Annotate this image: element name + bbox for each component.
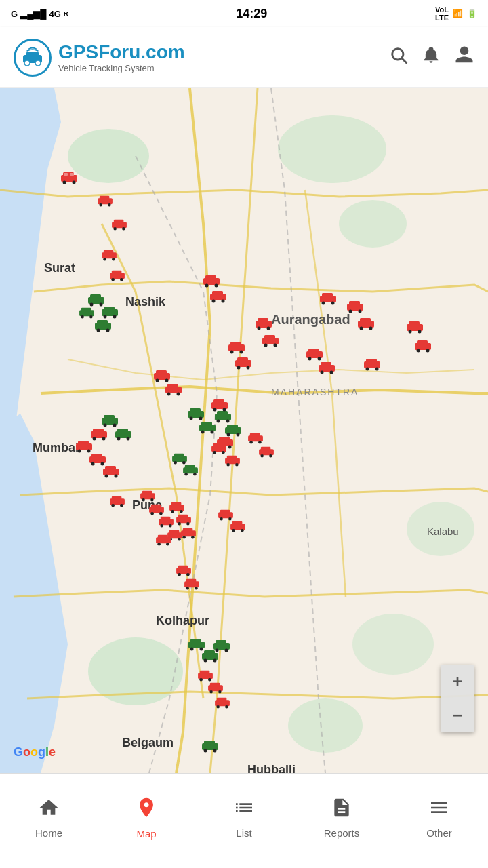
list-icon (233, 797, 255, 823)
svg-point-55 (215, 284, 218, 288)
car-marker-red (207, 680, 224, 694)
car-marker-red (110, 217, 128, 231)
profile-icon[interactable] (454, 45, 474, 70)
svg-point-107 (177, 393, 180, 396)
svg-rect-41 (104, 307, 115, 311)
svg-rect-101 (156, 370, 167, 375)
svg-rect-53 (205, 275, 216, 280)
map-area[interactable]: Surat Nashik Aurangabad Mumbai Pune MAHA… (0, 88, 488, 773)
svg-point-222 (220, 517, 223, 521)
nav-item-list[interactable]: List (195, 790, 293, 846)
svg-point-182 (249, 441, 253, 444)
svg-rect-237 (112, 496, 122, 500)
svg-point-70 (322, 302, 325, 305)
nav-item-home[interactable]: Home (0, 790, 98, 846)
svg-point-202 (171, 510, 174, 513)
svg-rect-57 (212, 291, 223, 296)
car-marker-green (186, 406, 205, 420)
svg-point-30 (103, 258, 106, 261)
svg-point-118 (190, 417, 193, 420)
nav-item-other[interactable]: Other (390, 790, 488, 846)
car-marker-red (175, 563, 192, 576)
car-marker-red (214, 695, 231, 709)
svg-line-5 (402, 58, 406, 62)
svg-point-83 (418, 330, 422, 334)
search-icon[interactable] (389, 45, 408, 69)
logo-text: GPSForu.com Vehicle Tracking System (58, 41, 185, 73)
svg-rect-157 (92, 454, 102, 458)
svg-point-186 (260, 454, 264, 458)
svg-point-31 (112, 258, 115, 261)
zoom-in-button[interactable]: + (441, 665, 474, 698)
car-marker-red (319, 290, 338, 305)
car-marker-red (405, 319, 424, 334)
svg-point-235 (195, 587, 198, 590)
car-marker-red (168, 500, 186, 513)
google-e: e (49, 745, 56, 759)
svg-point-206 (178, 522, 181, 526)
svg-point-106 (167, 393, 171, 396)
svg-rect-185 (261, 447, 271, 451)
svg-point-135 (223, 408, 226, 412)
svg-point-250 (216, 649, 219, 652)
app-subtitle: Vehicle Tracking System (58, 63, 185, 73)
svg-rect-129 (227, 425, 238, 429)
google-o1: o (23, 745, 30, 759)
svg-point-90 (308, 357, 312, 361)
zoom-out-button[interactable]: − (441, 698, 474, 732)
svg-point-23 (108, 203, 111, 207)
nav-label-map: Map (136, 828, 156, 840)
map-background: Surat Nashik Aurangabad Mumbai Pune MAHA… (0, 88, 488, 773)
svg-point-98 (366, 368, 369, 371)
reports-icon (331, 797, 352, 823)
svg-rect-173 (214, 443, 224, 448)
car-marker-red (227, 339, 246, 354)
svg-rect-169 (185, 465, 195, 469)
svg-rect-249 (216, 640, 226, 645)
svg-point-62 (258, 327, 261, 330)
svg-rect-19 (70, 173, 74, 176)
car-marker-red (139, 488, 157, 502)
svg-rect-18 (64, 173, 68, 176)
svg-rect-153 (78, 441, 89, 446)
other-icon (428, 797, 450, 823)
svg-rect-69 (322, 293, 333, 298)
svg-point-259 (218, 690, 222, 694)
svg-rect-261 (217, 698, 227, 702)
svg-point-59 (222, 300, 225, 303)
svg-point-74 (349, 310, 352, 313)
svg-rect-209 (183, 528, 193, 532)
svg-point-12 (407, 502, 474, 556)
svg-rect-113 (237, 357, 248, 362)
svg-point-75 (359, 310, 362, 313)
svg-point-263 (225, 705, 228, 709)
car-marker-green (78, 305, 96, 319)
nav-item-reports[interactable]: Reports (293, 790, 390, 846)
svg-point-238 (111, 504, 115, 507)
car-marker-green (182, 462, 199, 476)
car-marker-red (357, 315, 375, 330)
svg-rect-61 (258, 318, 268, 323)
google-g: G (14, 745, 23, 759)
svg-point-234 (186, 587, 189, 590)
car-marker-red (108, 268, 126, 281)
svg-point-247 (214, 659, 217, 663)
svg-point-78 (360, 327, 363, 330)
svg-point-16 (63, 181, 66, 184)
svg-point-67 (274, 344, 277, 347)
nav-item-map[interactable]: Map (98, 789, 195, 846)
svg-point-174 (213, 451, 216, 454)
svg-rect-93 (321, 362, 331, 367)
svg-point-110 (230, 351, 234, 354)
car-marker-red (164, 381, 183, 396)
svg-point-134 (214, 408, 217, 412)
google-watermark: Google (14, 745, 56, 760)
svg-point-166 (174, 461, 177, 465)
svg-point-146 (117, 437, 121, 441)
svg-point-194 (150, 512, 154, 515)
svg-point-211 (191, 536, 195, 539)
header-icons (389, 45, 474, 70)
notification-icon[interactable] (422, 45, 441, 69)
svg-point-231 (186, 573, 190, 576)
car-marker-red (60, 170, 79, 184)
